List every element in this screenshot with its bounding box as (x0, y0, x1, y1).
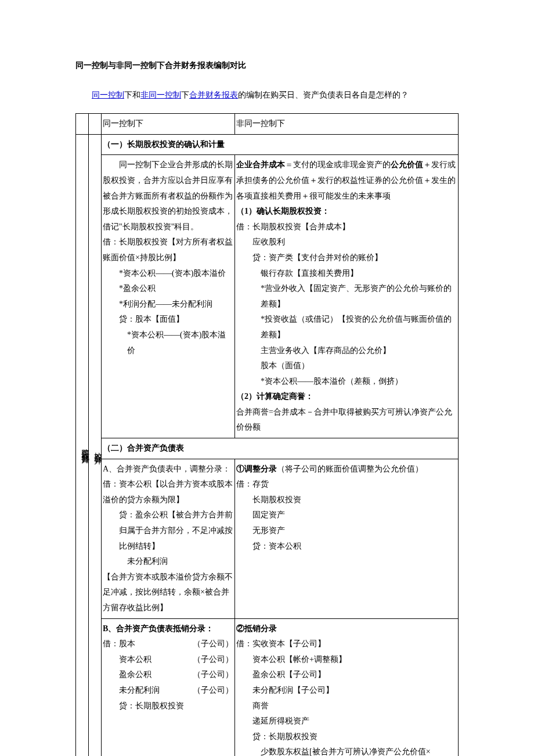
s2b-right-r7: 递延所得税资产 (236, 714, 457, 729)
s1-right-r8: *投资收益（或借记）【投资的公允价值与账面价值的差额】 (236, 312, 457, 343)
intro-text-1: 下和 (124, 91, 140, 99)
header-blank-2 (89, 114, 102, 135)
s1-left-l6: 贷：股本【面值】 (103, 312, 233, 327)
s2b-right-r8: 贷：长期股权投资 (236, 729, 457, 745)
header-blank-1 (76, 114, 89, 135)
s1-right-r2: （1）确认长期股权投资： (236, 204, 457, 219)
s2b-left-l6: 贷：长期股权投资 (103, 699, 233, 714)
intro-paragraph: 同一控制下和非同一控制下合并财务报表的编制在购买日、资产负债表日各自是怎样的？ (75, 88, 459, 103)
s2a-right-r4: 固定资产 (236, 507, 457, 523)
s2a-right-r2: 借：存货 (236, 477, 457, 492)
comparison-table: 同一控制下 非同一控制下 购买日或合并日 控股合并 （一）长期股权投资的确认和计… (75, 113, 459, 756)
link-consolidated-statements[interactable]: 合并财务报表 (189, 91, 238, 99)
s2a-right-cell: ①调整分录（将子公司的账面价值调整为公允价值） 借：存货 长期股权投资 固定资产… (235, 459, 459, 618)
s1-right-r13: 合并商誉=合并成本－合并中取得被购买方可辨认净资产公允价份额 (236, 405, 457, 435)
page-title: 同一控制与非同一控制下合并财务报表编制对比 (75, 58, 459, 74)
row-label-holding-merger: 控股合并 (89, 134, 102, 756)
s2b-left-l4: 盈余公积（子公司） (103, 667, 233, 683)
s2a-left-l4: 未分配利润 (103, 554, 233, 570)
s1-right-r5: 贷：资产类【支付合并对价的账价】 (236, 250, 457, 266)
header-same-control: 同一控制下 (102, 114, 235, 135)
s2b-right-r1: ②抵销分录 (236, 621, 457, 637)
s1-right-p1: 企业合并成本＝支付的现金或非现金资产的公允价值＋发行或承担债务的公允价值＋发行的… (236, 157, 457, 204)
s2a-right-r1b: （将子公司的账面价值调整为公允价值） (277, 465, 423, 473)
s1-right-r12: （2）计算确定商誉： (236, 389, 457, 405)
s2b-right-r9: 少数股东权益[被合并方可辨认净资产公允价值× (236, 744, 457, 756)
s1-right-cell: 企业合并成本＝支付的现金或非现金资产的公允价值＋发行或承担债务的公允价值＋发行的… (235, 155, 459, 438)
intro-text-2: 下 (181, 91, 189, 99)
s1-right-r11: *资本公积——股本溢价（差额，倒挤） (236, 374, 457, 390)
s2a-left-l2: 借：资本公积【以合并方资本或股本溢价的贷方余额为限】 (103, 477, 233, 507)
s2b-right-r2: 借：实收资本【子公司】 (236, 636, 457, 652)
s1-right-r4: 应收股利 (236, 235, 457, 250)
s2a-right-r5: 无形资产 (236, 523, 457, 539)
s2b-left-l1: B、合并资产负债表抵销分录： (103, 621, 233, 637)
s2b-left-cell: B、合并资产负债表抵销分录： 借：股本（子公司） 资本公积（子公司） 盈余公积（… (102, 618, 235, 756)
s2a-right-r1: ①调整分录（将子公司的账面价值调整为公允价值） (236, 462, 457, 477)
s1-right-r7: *营业外收入【固定资产、无形资产的公允价与账价的差额】 (236, 281, 457, 312)
s1-right-r1c: 公允价值 (391, 160, 423, 169)
s2a-left-l1: A、合并资产负债表中，调整分录： (103, 462, 233, 477)
s2b-left-l5: 未分配利润（子公司） (103, 683, 233, 699)
s2b-left-l3: 资本公积（子公司） (103, 652, 233, 668)
link-same-control[interactable]: 同一控制 (92, 91, 124, 99)
s2b-right-r4: 盈余公积【子公司】 (236, 667, 457, 683)
s2a-left-l5: 【合并方资本或股本溢价贷方余额不足冲减，按比例结转，余额×被合并方留存收益比例】 (103, 570, 233, 616)
s1-right-r6: 银行存款【直接相关费用】 (236, 266, 457, 282)
s2a-left-cell: A、合并资产负债表中，调整分录： 借：资本公积【以合并方资本或股本溢价的贷方余额… (102, 459, 235, 618)
s1-left-l2: 借：长期股权投资【对方所有者权益账面价值×持股比例】 (103, 235, 233, 265)
s1-left-para: 同一控制下企业合并形成的长期股权投资，合并方应以合并日应享有被合并方账面所有者权… (103, 157, 233, 235)
s1-right-r9: 主营业务收入【库存商品的公允价】 (236, 343, 457, 359)
intro-text-3: 的编制在购买日、资产负债表日各自是怎样的？ (238, 91, 409, 99)
s1-right-r3: 借：长期股权投资【合并成本】 (236, 219, 457, 235)
link-non-same-control[interactable]: 非同一控制 (140, 91, 181, 99)
s1-left-l3: *资本公积——(资本)股本溢价 (103, 266, 233, 282)
s1-left-l7: *资本公积——(资本)股本溢价 (103, 327, 233, 358)
row-label-purchase-date: 购买日或合并日 (76, 134, 89, 756)
s2a-left-l3: 贷：盈余公积【被合并方合并前归属于合并方部分，不足冲减按比例结转】 (103, 507, 233, 554)
s2a-right-r3: 长期股权投资 (236, 492, 457, 508)
s2b-right-r6: 商誉 (236, 699, 457, 714)
header-non-same-control: 非同一控制下 (235, 114, 459, 135)
s1-left-l5: *利润分配——未分配利润 (103, 297, 233, 312)
s1-left-cell: 同一控制下企业合并形成的长期股权投资，合并方应以合并日应享有被合并方账面所有者权… (102, 155, 235, 438)
s2a-right-r6: 贷：资本公积 (236, 539, 457, 555)
s1-left-l4: *盈余公积 (103, 281, 233, 297)
s2b-right-cell: ②抵销分录 借：实收资本【子公司】 资本公积【帐价+调整额】 盈余公积【子公司】… (235, 618, 459, 756)
s2b-right-r3: 资本公积【帐价+调整额】 (236, 652, 457, 668)
s2b-right-r5: 未分配利润【子公司】 (236, 683, 457, 699)
section-2-header: （二）合并资产负债表 (102, 438, 459, 459)
s2b-left-l2: 借：股本（子公司） (103, 636, 233, 652)
s1-right-r10: 股本（面值） (236, 358, 457, 374)
s1-right-r1b: ＝支付的现金或非现金资产的 (285, 160, 391, 169)
s1-right-r1a: 企业合并成本 (236, 160, 285, 169)
section-1-header: （一）长期股权投资的确认和计量 (102, 134, 459, 155)
s2a-right-r1a: ①调整分录 (236, 465, 277, 473)
